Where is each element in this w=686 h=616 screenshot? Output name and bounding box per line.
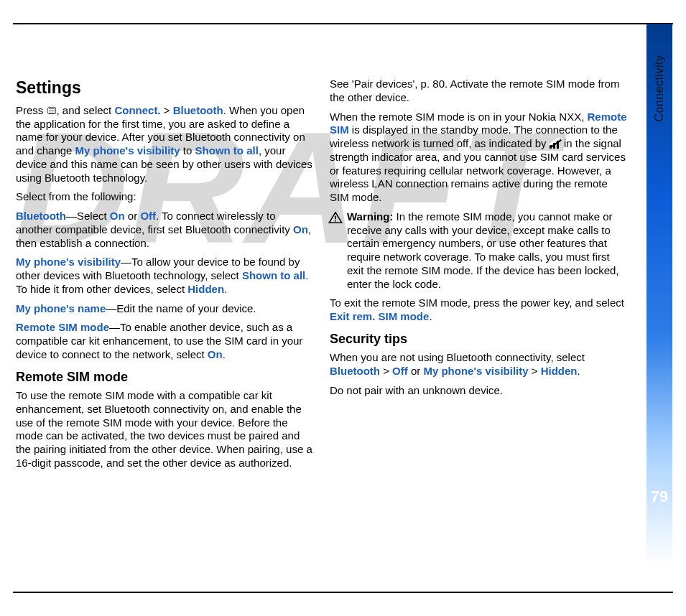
kw-phone-name: My phone's name bbox=[16, 302, 106, 314]
txt: > bbox=[529, 365, 541, 377]
txt: > bbox=[380, 365, 392, 377]
svg-rect-0 bbox=[335, 215, 336, 219]
kw-remote-sim-mode: Remote SIM mode bbox=[16, 321, 109, 333]
txt: or bbox=[408, 365, 424, 377]
kw-visibility: My phone's visibility bbox=[423, 365, 528, 377]
para-intro: Press , and select Connect. > Bluetooth.… bbox=[16, 104, 314, 185]
txt: . bbox=[429, 310, 432, 322]
para-visibility-option: My phone's visibility—To allow your devi… bbox=[16, 256, 314, 296]
warning-icon bbox=[328, 212, 343, 223]
kw-bluetooth: Bluetooth bbox=[16, 210, 66, 222]
txt: . bbox=[223, 348, 226, 360]
kw-hidden: Hidden bbox=[541, 365, 578, 377]
kw-connect: Connect. bbox=[114, 104, 160, 116]
kw-bluetooth: Bluetooth bbox=[173, 104, 223, 116]
para-name-option: My phone's name—Edit the name of your de… bbox=[16, 302, 314, 316]
para-remote-sim-option: Remote SIM mode—To enable another device… bbox=[16, 321, 314, 361]
body-text: Settings Press , and select Connect. > B… bbox=[16, 78, 628, 480]
kw-exit-rem-sim: Exit rem. SIM mode bbox=[330, 310, 429, 322]
kw-bluetooth: Bluetooth bbox=[330, 365, 380, 377]
warning-block: Warning: In the remote SIM mode, you can… bbox=[330, 210, 628, 291]
txt: , and select bbox=[57, 104, 115, 116]
txt: > bbox=[161, 104, 173, 116]
svg-rect-1 bbox=[335, 220, 336, 222]
txt: When you are not using Bluetooth connect… bbox=[330, 351, 585, 363]
kw-on: On bbox=[293, 223, 308, 235]
txt: Press bbox=[16, 104, 47, 116]
kw-on: On bbox=[208, 348, 223, 360]
heading-settings: Settings bbox=[16, 78, 314, 98]
kw-off: Off bbox=[140, 210, 156, 222]
menu-key-icon bbox=[47, 106, 57, 115]
heading-remote-sim: Remote SIM mode bbox=[16, 369, 314, 386]
kw-visibility: My phone's visibility bbox=[16, 256, 121, 268]
kw-shown-to-all: Shown to all bbox=[195, 144, 259, 157]
kw-off: Off bbox=[392, 365, 408, 377]
para-security-final: Do not pair with an unknown device. bbox=[330, 384, 628, 398]
txt: —Select bbox=[66, 210, 110, 222]
side-section-label: Connectivity bbox=[652, 55, 667, 121]
top-rule bbox=[13, 23, 673, 24]
txt: . bbox=[224, 283, 227, 295]
side-strip: Connectivity 79 bbox=[646, 24, 672, 592]
para-exit-rsim: To exit the remote SIM mode, press the p… bbox=[330, 297, 628, 324]
txt: When the remote SIM mode is on in your N… bbox=[330, 111, 587, 123]
para-rsim-indicator: When the remote SIM mode is on in your N… bbox=[330, 111, 628, 205]
txt: to bbox=[180, 144, 195, 157]
bottom-rule bbox=[13, 592, 673, 593]
txt: . bbox=[578, 365, 580, 377]
txt: or bbox=[125, 210, 141, 222]
kw-on: On bbox=[110, 210, 125, 222]
para-bluetooth-option: Bluetooth—Select On or Off. To connect w… bbox=[16, 210, 314, 250]
para-select: Select from the following: bbox=[16, 190, 314, 204]
no-signal-icon bbox=[550, 139, 561, 149]
kw-hidden: Hidden bbox=[187, 283, 224, 295]
kw-shown-to-all: Shown to all bbox=[242, 269, 305, 281]
txt: —Edit the name of your device. bbox=[106, 302, 256, 314]
txt: To exit the remote SIM mode, press the p… bbox=[330, 297, 624, 309]
kw-visibility: My phone's visibility bbox=[75, 144, 180, 157]
para-security: When you are not using Bluetooth connect… bbox=[330, 351, 628, 378]
warning-lead: Warning: bbox=[347, 210, 393, 223]
page-number: 79 bbox=[646, 487, 672, 507]
heading-security-tips: Security tips bbox=[330, 331, 628, 347]
